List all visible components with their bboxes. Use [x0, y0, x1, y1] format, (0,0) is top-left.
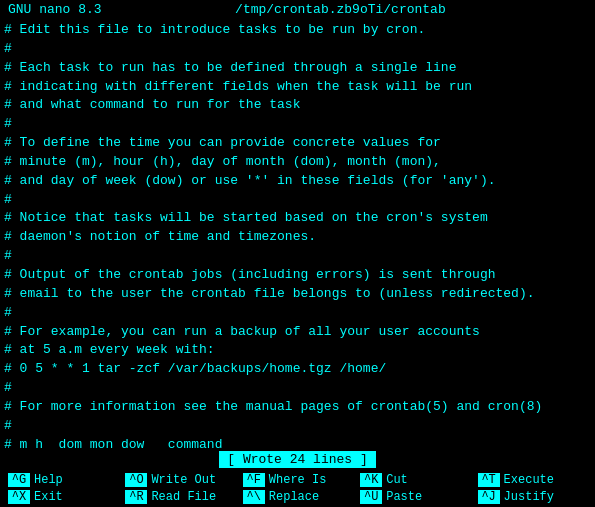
editor-line: #: [4, 247, 591, 266]
shortcut-key: ^F: [243, 473, 265, 487]
shortcut-item[interactable]: ^OWrite Out: [121, 472, 238, 488]
shortcut-label: Help: [34, 473, 63, 487]
editor-line: # and day of week (dow) or use '*' in th…: [4, 172, 591, 191]
shortcut-key: ^T: [478, 473, 500, 487]
shortcut-label: Execute: [504, 473, 554, 487]
shortcut-item[interactable]: ^JJustify: [474, 489, 591, 505]
editor-line: #: [4, 417, 591, 436]
editor-line: # email to the user the crontab file bel…: [4, 285, 591, 304]
editor-line: # To define the time you can provide con…: [4, 134, 591, 153]
editor-line: #: [4, 115, 591, 134]
editor-line: # Each task to run has to be defined thr…: [4, 59, 591, 78]
editor-line: # 0 5 * * 1 tar -zcf /var/backups/home.t…: [4, 360, 591, 379]
shortcut-item[interactable]: ^XExit: [4, 489, 121, 505]
editor-line: # and what command to run for the task: [4, 96, 591, 115]
shortcut-label: Write Out: [151, 473, 216, 487]
shortcut-label: Replace: [269, 490, 319, 504]
title-right: [579, 2, 587, 17]
shortcut-key: ^G: [8, 473, 30, 487]
editor-area[interactable]: # Edit this file to introduce tasks to b…: [0, 19, 595, 449]
editor-line: #: [4, 191, 591, 210]
shortcut-item[interactable]: ^TExecute: [474, 472, 591, 488]
shortcut-label: Justify: [504, 490, 554, 504]
editor-line: # Output of the crontab jobs (including …: [4, 266, 591, 285]
shortcut-item[interactable]: ^UPaste: [356, 489, 473, 505]
editor-line: #: [4, 379, 591, 398]
shortcut-item[interactable]: ^GHelp: [4, 472, 121, 488]
shortcut-label: Where Is: [269, 473, 327, 487]
shortcut-key: ^J: [478, 490, 500, 504]
status-bar: [ Wrote 24 lines ]: [0, 449, 595, 470]
shortcut-item[interactable]: ^KCut: [356, 472, 473, 488]
title-bar: GNU nano 8.3 /tmp/crontab.zb9oTi/crontab: [0, 0, 595, 19]
shortcut-label: Cut: [386, 473, 408, 487]
editor-line: # m h dom mon dow command: [4, 436, 591, 449]
editor-line: #: [4, 304, 591, 323]
shortcut-item[interactable]: ^RRead File: [121, 489, 238, 505]
editor-line: # daemon's notion of time and timezones.: [4, 228, 591, 247]
shortcut-key: ^K: [360, 473, 382, 487]
shortcut-key: ^U: [360, 490, 382, 504]
shortcut-label: Exit: [34, 490, 63, 504]
status-message: [ Wrote 24 lines ]: [219, 451, 375, 468]
shortcut-key: ^\: [243, 490, 265, 504]
shortcut-key: ^O: [125, 473, 147, 487]
editor-line: # Edit this file to introduce tasks to b…: [4, 21, 591, 40]
shortcuts-bar: ^GHelp^OWrite Out^FWhere Is^KCut^TExecut…: [0, 470, 595, 507]
editor-line: # For more information see the manual pa…: [4, 398, 591, 417]
title-center: /tmp/crontab.zb9oTi/crontab: [235, 2, 446, 17]
shortcut-label: Read File: [151, 490, 216, 504]
title-left: GNU nano 8.3: [8, 2, 102, 17]
editor-line: # minute (m), hour (h), day of month (do…: [4, 153, 591, 172]
editor-line: # at 5 a.m every week with:: [4, 341, 591, 360]
shortcut-key: ^R: [125, 490, 147, 504]
editor-line: # Notice that tasks will be started base…: [4, 209, 591, 228]
shortcut-label: Paste: [386, 490, 422, 504]
editor-line: #: [4, 40, 591, 59]
shortcut-key: ^X: [8, 490, 30, 504]
editor-line: # For example, you can run a backup of a…: [4, 323, 591, 342]
shortcut-item[interactable]: ^\Replace: [239, 489, 356, 505]
shortcut-item[interactable]: ^FWhere Is: [239, 472, 356, 488]
editor-line: # indicating with different fields when …: [4, 78, 591, 97]
